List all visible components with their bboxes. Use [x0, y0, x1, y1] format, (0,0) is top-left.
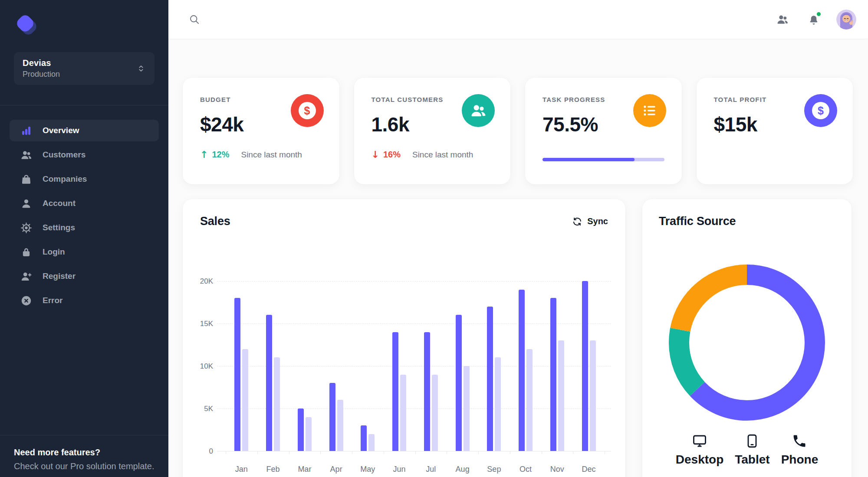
- workspace-selector[interactable]: Devias Production: [14, 52, 155, 85]
- sales-card: Sales Sync 05K10K15K20KJanFebMarAprMayJu…: [183, 199, 625, 477]
- total-customers-card: TOTAL CUSTOMERS 1.6k ↓ 16% Since last mo…: [354, 78, 511, 184]
- bar-last-year: [558, 340, 564, 451]
- axis-tick: [447, 451, 447, 454]
- axis-tick: [510, 451, 510, 454]
- legend-item-phone: Phone: [781, 433, 819, 467]
- bar-this-year: [519, 290, 525, 451]
- bar-this-year: [361, 425, 367, 451]
- phone-icon: [792, 433, 807, 449]
- bar-this-year: [266, 315, 272, 451]
- x-tick-label: Jun: [384, 465, 415, 474]
- sidebar-item-label: Register: [43, 271, 76, 281]
- bar-last-year: [590, 340, 596, 451]
- x-circle-icon: [20, 295, 32, 307]
- bar-this-year: [234, 298, 240, 451]
- budget-card: BUDGET $24k $ ↑ 12% Since last month: [183, 78, 339, 184]
- sidebar-nav: OverviewCustomersCompaniesAccountSetting…: [10, 120, 159, 314]
- x-tick-label: Aug: [447, 465, 478, 474]
- notifications-wrap: [804, 10, 823, 29]
- bar-groups: [226, 281, 605, 451]
- axis-tick: [320, 451, 321, 454]
- sidebar-item-label: Error: [43, 296, 62, 305]
- bar-group-sep: [478, 281, 510, 451]
- bar-group-aug: [447, 281, 478, 451]
- search-icon: [188, 13, 201, 26]
- tablet-icon: [744, 433, 760, 449]
- bar-last-year: [526, 349, 533, 451]
- bar-group-nov: [542, 281, 573, 451]
- axis-tick: [257, 451, 258, 454]
- bar-this-year: [582, 281, 588, 451]
- bar-group-dec: [573, 281, 605, 451]
- bar-this-year: [329, 383, 335, 451]
- x-tick-label: Apr: [320, 465, 352, 474]
- sidebar: Devias Production OverviewCustomersCompa…: [0, 0, 168, 477]
- legend-item-tablet: Tablet: [735, 433, 769, 467]
- axis-tick: [478, 451, 479, 454]
- gear-icon: [20, 222, 32, 234]
- workspace-name: Devias: [23, 58, 136, 68]
- sidebar-item-label: Customers: [43, 150, 85, 160]
- bar-last-year: [306, 417, 312, 451]
- bar-this-year: [487, 307, 493, 451]
- user-plus-icon: [20, 271, 32, 282]
- trend-note: Since last month: [241, 150, 302, 160]
- topbar: [168, 0, 868, 39]
- footer-subtitle: Check out our Pro solution template.: [14, 461, 155, 471]
- sidebar-item-customers[interactable]: Customers: [10, 144, 159, 166]
- bar-last-year: [242, 349, 248, 451]
- sidebar-item-login[interactable]: Login: [10, 241, 159, 263]
- x-tick-label: Mar: [289, 465, 321, 474]
- axis-tick: [605, 451, 605, 454]
- bar-this-year: [298, 408, 304, 451]
- trend-row: ↓ 16% Since last month: [372, 149, 493, 160]
- dollar-badge: $: [299, 102, 316, 119]
- sidebar-item-label: Companies: [43, 174, 87, 184]
- sidebar-item-label: Overview: [43, 126, 79, 135]
- x-tick-label: May: [352, 465, 384, 474]
- footer-title: Need more features?: [14, 448, 155, 457]
- bar-group-jul: [415, 281, 447, 451]
- y-axis-tick-label: 0: [195, 447, 213, 456]
- workspace-text: Devias Production: [23, 58, 136, 79]
- bar-last-year: [464, 366, 470, 451]
- sidebar-item-overview[interactable]: Overview: [10, 120, 159, 141]
- gridline: [217, 451, 611, 451]
- task-progress-bar: [542, 158, 664, 161]
- devias-logo[interactable]: [14, 12, 40, 38]
- bar-last-year: [274, 357, 280, 451]
- bar-last-year: [495, 357, 501, 451]
- sidebar-item-label: Settings: [43, 223, 75, 232]
- x-tick-label: Dec: [573, 465, 605, 474]
- shopping-bag-icon: [20, 173, 32, 185]
- trend-note: Since last month: [412, 150, 473, 160]
- arrow-down-icon: ↓: [372, 149, 379, 160]
- search-button[interactable]: [185, 10, 204, 29]
- axis-tick: [573, 451, 573, 454]
- bar-group-apr: [320, 281, 352, 451]
- sidebar-item-register[interactable]: Register: [10, 265, 159, 287]
- sidebar-footer: Need more features? Check out our Pro so…: [0, 435, 168, 471]
- list-icon: [633, 94, 666, 127]
- trend-row: ↑ 12% Since last month: [200, 149, 322, 160]
- sidebar-item-account[interactable]: Account: [10, 193, 159, 214]
- x-tick-label: Sep: [478, 465, 510, 474]
- axis-tick: [384, 451, 384, 454]
- sidebar-divider: [0, 105, 168, 105]
- x-tick-label: Feb: [257, 465, 289, 474]
- bar-this-year: [550, 298, 556, 451]
- user-avatar[interactable]: [836, 10, 856, 29]
- y-axis-tick-label: 20K: [195, 277, 213, 286]
- sidebar-item-companies[interactable]: Companies: [10, 168, 159, 190]
- bar-this-year: [424, 332, 430, 451]
- sidebar-item-label: Account: [43, 199, 76, 208]
- sidebar-item-settings[interactable]: Settings: [10, 217, 159, 238]
- x-tick-label: Nov: [542, 465, 573, 474]
- sidebar-item-label: Login: [43, 247, 65, 257]
- traffic-donut-chart: [669, 265, 825, 421]
- legend-label: Desktop: [676, 453, 723, 467]
- y-axis-tick-label: 10K: [195, 362, 213, 371]
- x-tick-label: Jul: [415, 465, 447, 474]
- sidebar-item-error[interactable]: Error: [10, 290, 159, 311]
- contacts-button[interactable]: [773, 10, 792, 29]
